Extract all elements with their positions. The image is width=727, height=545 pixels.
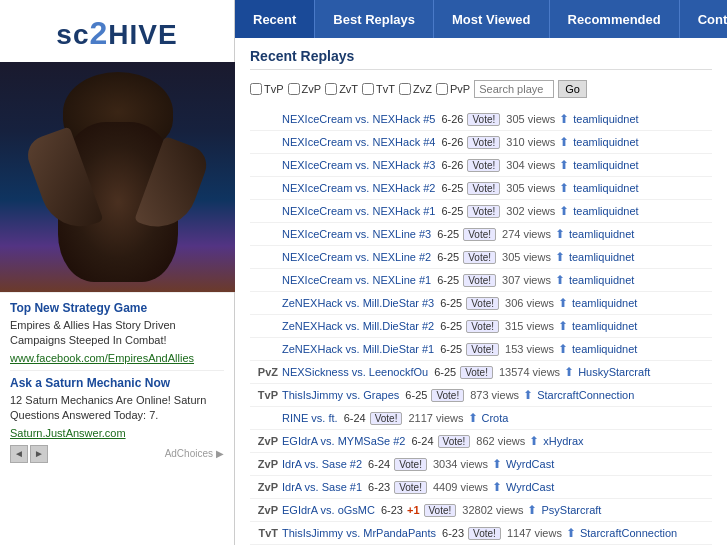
search-input[interactable] (474, 80, 554, 98)
replay-name[interactable]: NEXIceCream vs. NEXHack #4 (282, 134, 435, 151)
replay-uploader[interactable]: HuskyStarcraft (578, 364, 650, 381)
replay-score: 6-25 (441, 203, 463, 220)
replay-name[interactable]: IdrA vs. Sase #1 (282, 479, 362, 496)
replay-name[interactable]: NEXIceCream vs. NEXHack #1 (282, 203, 435, 220)
vote-button[interactable]: Vote! (460, 366, 493, 379)
replay-uploader[interactable]: teamliquidnet (569, 272, 634, 289)
vote-button[interactable]: Vote! (463, 251, 496, 264)
replay-uploader[interactable]: teamliquidnet (569, 249, 634, 266)
ad-divider (10, 370, 224, 371)
vote-button[interactable]: Vote! (370, 412, 403, 425)
replay-uploader[interactable]: teamliquidnet (573, 180, 638, 197)
nav-item-recommended[interactable]: Recommended (550, 0, 680, 38)
vote-button[interactable]: Vote! (467, 182, 500, 195)
replay-uploader[interactable]: teamliquidnet (572, 318, 637, 335)
replay-uploader[interactable]: teamliquidnet (572, 341, 637, 358)
vote-button[interactable]: Vote! (424, 504, 457, 517)
nav-item-most-viewed[interactable]: Most Viewed (434, 0, 550, 38)
vote-button[interactable]: Vote! (463, 274, 496, 287)
replay-views: 307 views (502, 272, 551, 289)
vote-button[interactable]: Vote! (463, 228, 496, 241)
replay-name[interactable]: EGIdrA vs. MYMSaSe #2 (282, 433, 406, 450)
sidebar-ads: Top New Strategy Game Empires & Allies H… (0, 292, 234, 545)
replay-views: 310 views (506, 134, 555, 151)
filter-tvp-label: TvP (264, 83, 284, 95)
replay-uploader[interactable]: teamliquidnet (569, 226, 634, 243)
ad-2: Ask a Saturn Mechanic Now 12 Saturn Mech… (10, 376, 224, 439)
ad-next-button[interactable]: ► (30, 445, 48, 463)
ad-prev-button[interactable]: ◄ (10, 445, 28, 463)
filter-zvt-checkbox[interactable] (325, 83, 337, 95)
replay-name[interactable]: NEXSickness vs. LeenockfOu (282, 364, 428, 381)
ad-1-link[interactable]: www.facebook.com/EmpiresAndAllies (10, 352, 224, 364)
vote-button[interactable]: Vote! (466, 320, 499, 333)
replay-name[interactable]: NEXIceCream vs. NEXLine #3 (282, 226, 431, 243)
upload-icon: ⬆ (555, 248, 565, 266)
filter-zvp-checkbox[interactable] (288, 83, 300, 95)
vote-button[interactable]: Vote! (467, 205, 500, 218)
vote-button[interactable]: Vote! (467, 113, 500, 126)
replay-uploader[interactable]: WyrdCast (506, 456, 554, 473)
replay-uploader[interactable]: teamliquidnet (573, 134, 638, 151)
replay-uploader[interactable]: teamliquidnet (573, 203, 638, 220)
replay-name[interactable]: ZeNEXHack vs. Mill.DieStar #1 (282, 341, 434, 358)
replay-prefix (250, 203, 278, 220)
vote-button[interactable]: Vote! (394, 458, 427, 471)
replay-views: 305 views (502, 249, 551, 266)
vote-button[interactable]: Vote! (431, 389, 464, 402)
replay-name[interactable]: RINE vs. ft. (282, 410, 338, 427)
replay-uploader[interactable]: xHydrax (543, 433, 583, 450)
replay-name[interactable]: EGIdrA vs. oGsMC (282, 502, 375, 519)
upload-icon: ⬆ (558, 317, 568, 335)
replay-name[interactable]: ZeNEXHack vs. Mill.DieStar #2 (282, 318, 434, 335)
replay-name[interactable]: NEXIceCream vs. NEXLine #1 (282, 272, 431, 289)
replay-name[interactable]: NEXIceCream vs. NEXHack #2 (282, 180, 435, 197)
replay-row: ZeNEXHack vs. Mill.DieStar #1 6-25Vote!1… (250, 338, 712, 361)
vote-button[interactable]: Vote! (466, 297, 499, 310)
vote-button[interactable]: Vote! (394, 481, 427, 494)
replay-uploader[interactable]: PsyStarcraft (541, 502, 601, 519)
filter-pvp[interactable]: PvP (436, 83, 470, 95)
replay-name[interactable]: ThisIsJimmy vs. MrPandaPants (282, 525, 436, 542)
replay-name[interactable]: ThisIsJimmy vs. Grapes (282, 387, 399, 404)
filter-zvz[interactable]: ZvZ (399, 83, 432, 95)
site-logo[interactable]: sc2HIVE (20, 15, 214, 52)
nav-item-best-replays[interactable]: Best Replays (315, 0, 434, 38)
replay-uploader[interactable]: Crota (482, 410, 509, 427)
filter-tvp-checkbox[interactable] (250, 83, 262, 95)
replay-views: 1147 views (507, 525, 562, 542)
replay-name[interactable]: ZeNEXHack vs. Mill.DieStar #3 (282, 295, 434, 312)
filter-zvp[interactable]: ZvP (288, 83, 322, 95)
go-button[interactable]: Go (558, 80, 587, 98)
nav-item-contact-us[interactable]: Contact Us (680, 0, 727, 38)
replay-name[interactable]: NEXIceCream vs. NEXLine #2 (282, 249, 431, 266)
replay-uploader[interactable]: teamliquidnet (573, 157, 638, 174)
replay-prefix (250, 134, 278, 151)
vote-button[interactable]: Vote! (438, 435, 471, 448)
replay-uploader[interactable]: teamliquidnet (573, 111, 638, 128)
replay-prefix (250, 157, 278, 174)
ad-2-link[interactable]: Saturn.JustAnswer.com (10, 427, 224, 439)
vote-button[interactable]: Vote! (466, 343, 499, 356)
replay-views: 3034 views (433, 456, 488, 473)
filter-tvp[interactable]: TvP (250, 83, 284, 95)
vote-button[interactable]: Vote! (467, 159, 500, 172)
replay-name[interactable]: NEXIceCream vs. NEXHack #3 (282, 157, 435, 174)
replay-name[interactable]: IdrA vs. Sase #2 (282, 456, 362, 473)
vote-button[interactable]: Vote! (467, 136, 500, 149)
replay-uploader[interactable]: WyrdCast (506, 479, 554, 496)
replay-views: 32802 views (462, 502, 523, 519)
replay-uploader[interactable]: StarcraftConnection (537, 387, 634, 404)
vote-button[interactable]: Vote! (468, 527, 501, 540)
replay-uploader[interactable]: StarcraftConnection (580, 525, 677, 542)
filter-tvt[interactable]: TvT (362, 83, 395, 95)
filter-tvt-checkbox[interactable] (362, 83, 374, 95)
replay-score: 6-26 (441, 111, 463, 128)
nav-item-recent[interactable]: Recent (235, 0, 315, 38)
filter-zvt[interactable]: ZvT (325, 83, 358, 95)
filter-zvz-checkbox[interactable] (399, 83, 411, 95)
replay-uploader[interactable]: teamliquidnet (572, 295, 637, 312)
replay-name[interactable]: NEXIceCream vs. NEXHack #5 (282, 111, 435, 128)
filter-pvp-checkbox[interactable] (436, 83, 448, 95)
replay-row: NEXIceCream vs. NEXHack #5 6-26Vote!305 … (250, 108, 712, 131)
